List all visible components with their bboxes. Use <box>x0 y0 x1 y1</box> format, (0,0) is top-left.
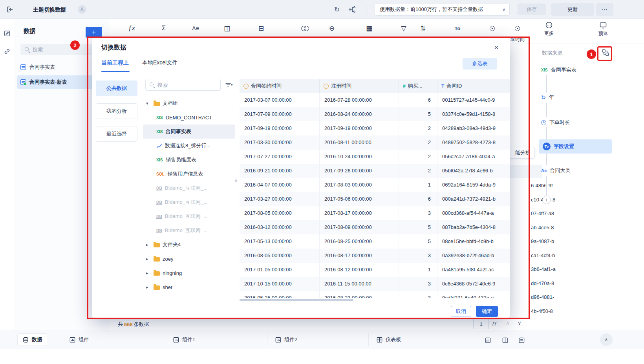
data-volume-dropdown[interactable]: 使用数据量：前1000万行，暂不支持全量数据 ∨ <box>375 3 510 16</box>
page-up-icon[interactable]: ∧ <box>506 320 510 326</box>
tab-current-project[interactable]: 当前工程上 <box>101 59 129 66</box>
table-row[interactable]: 2016-03-12 00:00:002017-08-09 00:00:0050… <box>240 220 510 234</box>
tree-item[interactable]: ▸zoey <box>143 252 235 266</box>
lineage-node[interactable]: A≡合同大类 <box>541 165 570 176</box>
more-button[interactable]: ⋯ <box>596 3 613 16</box>
modal-nav-btn[interactable]: 最近选择 <box>96 126 137 142</box>
table-row[interactable]: 2016-08-05 00:00:002016-08-17 00:00:0030… <box>240 249 510 263</box>
table-row[interactable]: 2017-03-07 00:00:002016-07-28 00:00:0060… <box>240 93 510 107</box>
xls-icon: XlS <box>156 130 163 134</box>
tree-item[interactable]: ▸ningning <box>143 266 235 280</box>
add-step-button[interactable]: + <box>542 196 551 204</box>
table-row[interactable]: 2016-09-21 00:00:002017-09-26 00:00:0020… <box>240 164 510 178</box>
column-header[interactable]: 注册时间 <box>320 79 399 93</box>
tree-item[interactable]: XlS合同事实表 <box>143 124 235 139</box>
tree-item[interactable]: DBBIdemo_互联网_... <box>143 223 235 238</box>
add-data-button[interactable]: + <box>86 27 102 38</box>
lineage-icon[interactable] <box>348 5 357 14</box>
bottom-tab-4[interactable]: 仪表板 <box>371 333 406 346</box>
field-setting-icon[interactable]: A≡ <box>189 22 202 35</box>
page-input[interactable] <box>473 319 489 329</box>
table-row[interactable]: 2017-03-30 00:00:002016-08-11 00:00:0020… <box>240 135 510 150</box>
exclude-icon[interactable]: ⊖ <box>326 22 338 35</box>
aggregate-icon[interactable]: Σ <box>157 22 170 35</box>
modal-nav-btn[interactable]: 公共数据 <box>96 80 137 96</box>
splitter-handle[interactable]: ⠿ <box>234 178 238 184</box>
lineage-node[interactable]: 下单时长 <box>541 117 570 128</box>
bottom-tab-3[interactable]: 组件2 <box>270 333 302 346</box>
lineage-node[interactable]: XlS合同事实表 <box>541 64 576 75</box>
table-row[interactable]: 2016-05-25 00:00:002016-08-23 00:00:0030… <box>240 291 510 298</box>
tree-item[interactable]: SQL销售用户信息表 <box>143 167 235 181</box>
glyph: ƒx <box>128 24 135 32</box>
column-header[interactable]: 合同签约时间 <box>240 79 320 93</box>
lineage-node[interactable]: To字段设置 <box>539 139 612 154</box>
edit-board-icon[interactable] <box>4 30 11 37</box>
modal-nav-btn[interactable]: 我的分析 <box>96 103 137 119</box>
link-icon[interactable] <box>4 48 11 55</box>
formula-icon[interactable]: ƒx <box>125 22 138 35</box>
table-row[interactable]: 2017-10-15 00:00:002016-11-15 00:00:0030… <box>240 277 510 291</box>
lineage-node[interactable]: ↻年 <box>541 92 554 103</box>
to-transform-icon[interactable]: To <box>451 22 464 35</box>
preview-button[interactable]: 预览 <box>592 21 614 42</box>
column-header[interactable]: #购买... <box>399 79 437 93</box>
add-chart-icon[interactable] <box>484 336 492 344</box>
switch-data-icon[interactable] <box>600 47 611 58</box>
tree-item[interactable]: DBBIdemo_互联网_... <box>143 195 235 209</box>
bottom-tab-0[interactable]: 数据 <box>17 333 47 346</box>
table-row[interactable]: 2017-08-05 00:00:002017-08-17 00:00:0030… <box>240 206 510 220</box>
tree-item[interactable]: ▸文件夹4 <box>143 238 235 252</box>
add-card-icon[interactable] <box>518 336 525 344</box>
left-right-merge-icon[interactable]: ◫ <box>221 22 233 35</box>
confirm-button[interactable]: 确定 <box>476 306 498 317</box>
lineage-node-label: 合同大类 <box>550 167 570 174</box>
back-icon[interactable] <box>5 5 14 14</box>
table-row[interactable]: 2017-03-27 00:00:002017-05-06 00:00:0060… <box>240 192 510 206</box>
table-row[interactable]: 2016-04-07 00:00:002017-08-03 00:00:0010… <box>240 178 510 192</box>
tab-local-excel[interactable]: 本地Excel文件 <box>142 59 177 66</box>
time-icon[interactable] <box>486 22 498 35</box>
modal-search-input[interactable] <box>157 82 212 88</box>
tree-item[interactable]: 数据连接8_拆分行... <box>143 139 235 153</box>
sort-icon[interactable]: ⇅ <box>417 22 429 35</box>
collapse-icon[interactable]: ∧ <box>600 333 613 346</box>
horizontal-scrollbar[interactable] <box>240 299 353 301</box>
bottom-tab-label: 数据 <box>32 336 42 343</box>
tree-item[interactable]: DBBIdemo_互联网_... <box>143 209 235 223</box>
table-row[interactable]: 2017-09-19 00:00:002017-09-19 00:00:0020… <box>240 121 510 135</box>
join-icon[interactable] <box>299 22 311 35</box>
tree-item[interactable]: XlSDEMO_CONTRACT <box>143 110 235 124</box>
up-down-merge-icon[interactable]: ⊟ <box>255 22 267 35</box>
column-header[interactable]: T合同ID <box>437 79 510 93</box>
tree-filter-button[interactable]: ▾ <box>225 81 234 89</box>
group-summary-icon[interactable]: ▦ <box>363 22 375 35</box>
bottom-tab-label: 组件 <box>79 336 89 343</box>
bottom-tab-1[interactable]: 组件 <box>64 333 93 346</box>
multi-select-button[interactable]: 多选表 <box>463 58 497 70</box>
close-icon[interactable]: × <box>492 43 501 52</box>
tree-item[interactable]: ▸sher <box>143 280 235 294</box>
table-row[interactable]: 2017-07-27 00:00:002016-10-24 00:00:0020… <box>240 150 510 164</box>
toolbar-more-button[interactable]: 更多 <box>538 21 560 42</box>
tree-item[interactable]: ▾文档组 <box>143 96 235 110</box>
save-button[interactable]: 保存 <box>518 4 546 15</box>
refresh-icon[interactable]: ↻ <box>332 5 342 14</box>
search-input[interactable] <box>33 47 88 53</box>
add-pane-icon[interactable] <box>501 336 509 344</box>
tree-item[interactable]: DBBIdemo_互联网_... <box>143 181 235 195</box>
bottom-tab-2[interactable]: 组件1 <box>168 333 200 346</box>
update-button[interactable]: 更新 <box>551 3 594 16</box>
table-cell: 2016-10-24 00:00:00 <box>320 150 399 164</box>
modal-search[interactable] <box>145 79 221 91</box>
table-row[interactable]: 2017-05-13 00:00:002016-08-25 00:00:0050… <box>240 234 510 249</box>
filter-icon[interactable]: ▽ <box>397 22 410 35</box>
panel-search[interactable] <box>20 44 98 55</box>
table-row[interactable]: 2017-07-09 00:00:002016-08-24 00:00:0050… <box>240 107 510 121</box>
table-row[interactable]: 2017-01-05 00:00:002016-08-12 00:00:0010… <box>240 263 510 277</box>
tree-item[interactable]: XlS销售员维度表 <box>143 153 235 167</box>
page-down-icon[interactable]: ∨ <box>518 320 521 326</box>
table-cell: 2016-07-28 00:00:00 <box>320 93 399 107</box>
cancel-button[interactable]: 取消 <box>451 306 471 317</box>
fetch-time-icon[interactable] <box>511 22 523 35</box>
